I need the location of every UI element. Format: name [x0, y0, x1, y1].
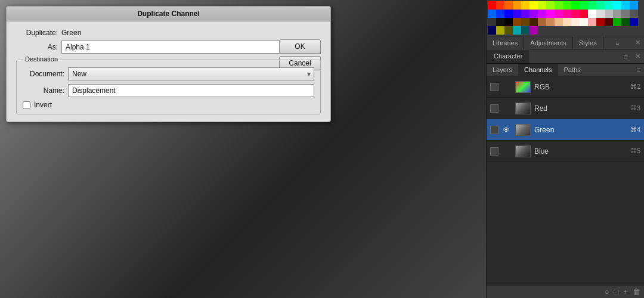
as-label: As: [16, 43, 58, 51]
color-swatch[interactable] [488, 18, 496, 26]
color-swatch[interactable] [513, 10, 521, 18]
character-panel-close[interactable]: ✕ [631, 50, 644, 63]
delete-channel-icon[interactable]: 🗑 [633, 287, 640, 296]
color-swatch[interactable] [563, 10, 571, 18]
color-swatch[interactable] [613, 10, 621, 18]
ok-button[interactable]: OK [279, 39, 321, 54]
color-swatch[interactable] [538, 1, 546, 10]
color-swatch[interactable] [530, 10, 538, 18]
color-swatch[interactable] [513, 26, 521, 35]
color-swatch[interactable] [546, 18, 555, 26]
color-swatch[interactable] [496, 10, 504, 18]
color-swatch[interactable] [530, 1, 538, 10]
color-swatch[interactable] [588, 1, 596, 10]
color-swatch[interactable] [596, 1, 605, 10]
color-swatch[interactable] [605, 10, 613, 18]
color-swatch[interactable] [538, 10, 546, 18]
color-swatch[interactable] [521, 26, 530, 35]
channel-visibility-green[interactable] [490, 126, 499, 134]
eye-icon-green[interactable]: 👁 [501, 126, 512, 134]
tab-libraries[interactable]: Libraries [487, 37, 524, 49]
channel-thumb-blue [515, 145, 531, 157]
color-swatch[interactable] [630, 10, 638, 18]
duplicate-label: Duplicate: [16, 29, 58, 37]
channel-visibility-rgb[interactable] [490, 83, 499, 91]
channel-row-red[interactable]: Red⌘3 [487, 98, 644, 119]
character-tab-bar: Character ≡ ✕ [487, 49, 644, 64]
color-swatch[interactable] [521, 1, 530, 10]
color-swatch[interactable] [580, 1, 588, 10]
character-panel-options[interactable]: ≡ [621, 51, 631, 63]
color-swatch[interactable] [613, 1, 621, 10]
channel-row-rgb[interactable]: RGB⌘2 [487, 76, 644, 98]
tab-layers[interactable]: Layers [487, 64, 518, 76]
save-selection-icon[interactable]: □ [614, 287, 619, 296]
color-swatch[interactable] [630, 1, 638, 10]
channel-thumb-green [515, 124, 531, 136]
color-swatch[interactable] [580, 10, 588, 18]
dialog-overlay: Duplicate Channel OK Cancel Duplicate: G… [0, 0, 486, 298]
color-swatch[interactable] [504, 10, 513, 18]
color-swatch[interactable] [504, 1, 513, 10]
color-swatch[interactable] [521, 10, 530, 18]
channels-tabs: Layers Channels Paths ≡ [487, 64, 644, 76]
load-channel-icon[interactable]: ○ [605, 287, 609, 296]
color-swatch[interactable] [555, 18, 563, 26]
color-swatch[interactable] [496, 18, 504, 26]
color-swatch[interactable] [513, 18, 521, 26]
color-swatch[interactable] [621, 10, 630, 18]
document-select[interactable]: New [68, 67, 314, 80]
channel-name-rgb: RGB [534, 83, 630, 91]
color-swatch[interactable] [563, 18, 571, 26]
color-swatch[interactable] [630, 18, 638, 26]
color-swatch[interactable] [530, 26, 538, 35]
channel-row-green[interactable]: 👁Green⌘4 [487, 119, 644, 141]
new-channel-icon[interactable]: + [623, 287, 628, 296]
color-swatch[interactable] [605, 18, 613, 26]
tab-paths[interactable]: Paths [558, 64, 587, 76]
color-swatch[interactable] [496, 1, 504, 10]
color-swatch[interactable] [621, 18, 630, 26]
character-tab[interactable]: Character [487, 49, 530, 63]
panel-options-icon[interactable]: ≡ [612, 37, 623, 49]
dialog-title: Duplicate Channel [137, 10, 200, 18]
color-swatch[interactable] [596, 10, 605, 18]
color-swatch[interactable] [571, 18, 580, 26]
color-swatch[interactable] [555, 10, 563, 18]
color-swatch[interactable] [530, 18, 538, 26]
color-swatch[interactable] [488, 1, 496, 10]
color-swatch[interactable] [613, 18, 621, 26]
tab-adjustments[interactable]: Adjustments [524, 37, 573, 49]
color-swatch[interactable] [580, 18, 588, 26]
color-swatch[interactable] [546, 1, 555, 10]
color-swatch[interactable] [504, 18, 513, 26]
color-swatch[interactable] [555, 1, 563, 10]
name-input[interactable] [68, 84, 314, 97]
channel-row-blue[interactable]: Blue⌘5 [487, 141, 644, 162]
channels-panel-icons[interactable]: ≡ [633, 64, 644, 76]
channel-visibility-blue[interactable] [490, 147, 499, 156]
color-swatch[interactable] [513, 1, 521, 10]
color-swatch[interactable] [488, 10, 496, 18]
panel-close-icon[interactable]: ✕ [631, 36, 644, 49]
color-swatch[interactable] [496, 26, 504, 35]
invert-checkbox[interactable] [23, 101, 30, 109]
color-swatch[interactable] [605, 1, 613, 10]
color-swatch[interactable] [538, 18, 546, 26]
color-swatch[interactable] [588, 18, 596, 26]
channel-visibility-red[interactable] [490, 104, 499, 113]
destination-legend: Destination [23, 55, 60, 63]
color-swatch[interactable] [571, 10, 580, 18]
color-swatches [487, 0, 644, 36]
tab-styles[interactable]: Styles [573, 37, 603, 49]
color-swatch[interactable] [621, 1, 630, 10]
color-swatch[interactable] [571, 1, 580, 10]
color-swatch[interactable] [588, 10, 596, 18]
color-swatch[interactable] [563, 1, 571, 10]
color-swatch[interactable] [546, 10, 555, 18]
tab-channels[interactable]: Channels [518, 64, 558, 76]
color-swatch[interactable] [521, 18, 530, 26]
color-swatch[interactable] [504, 26, 513, 35]
color-swatch[interactable] [596, 18, 605, 26]
color-swatch[interactable] [488, 26, 496, 35]
